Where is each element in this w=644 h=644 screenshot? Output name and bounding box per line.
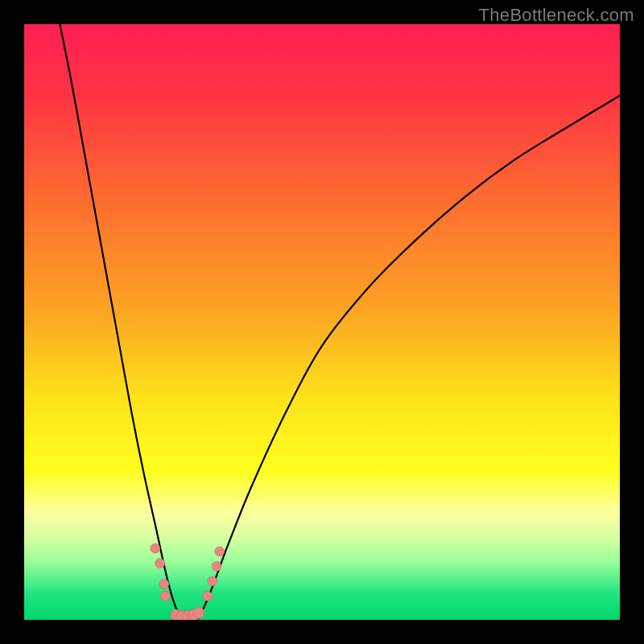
marker-point [155,559,165,568]
chart-frame: TheBottleneck.com [0,0,644,644]
marker-point [208,576,217,586]
marker-point [212,561,221,571]
marker-point [215,547,225,556]
marker-point [151,543,160,553]
marker-point [193,607,204,618]
bottleneck-curve [60,24,620,620]
marker-point [203,591,213,601]
plot-area [24,24,620,620]
watermark-text: TheBottleneck.com [479,5,634,26]
curve-layer [24,24,620,620]
marker-point [159,580,169,589]
marker-point [160,591,170,601]
